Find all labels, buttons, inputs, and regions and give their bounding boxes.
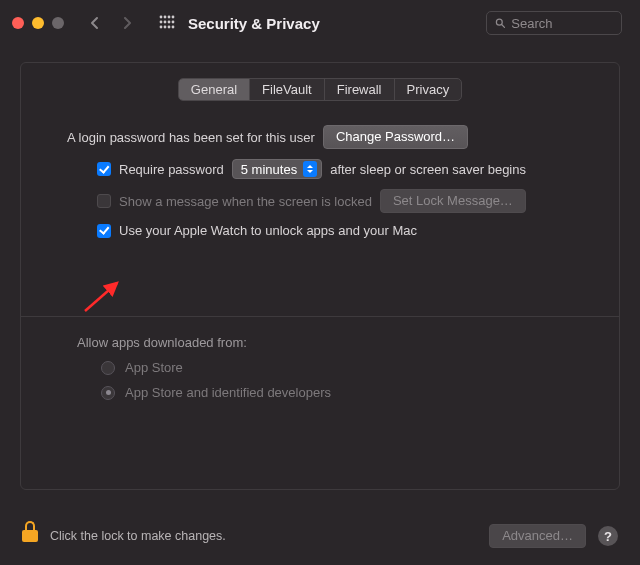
- tab-general[interactable]: General: [179, 79, 250, 100]
- advanced-button[interactable]: Advanced…: [489, 524, 586, 548]
- require-password-delay-select[interactable]: 5 minutes: [232, 159, 322, 179]
- lock-icon: [25, 521, 35, 530]
- svg-line-14: [85, 283, 117, 311]
- downloads-appstore-radio[interactable]: [101, 361, 115, 375]
- search-icon: [495, 17, 505, 29]
- close-window-button[interactable]: [12, 17, 24, 29]
- window-title: Security & Privacy: [188, 15, 320, 32]
- tab-firewall[interactable]: Firewall: [325, 79, 395, 100]
- downloads-identified-label: App Store and identified developers: [125, 385, 331, 400]
- show-lock-message-checkbox[interactable]: [97, 194, 111, 208]
- tab-bar: General FileVault Firewall Privacy: [21, 78, 619, 101]
- lock-hint-text: Click the lock to make changes.: [50, 529, 226, 543]
- svg-point-9: [164, 26, 167, 29]
- svg-point-8: [160, 26, 163, 29]
- back-button[interactable]: [80, 11, 110, 35]
- svg-point-3: [172, 16, 175, 19]
- require-password-tail: after sleep or screen saver begins: [330, 162, 526, 177]
- svg-line-13: [502, 25, 505, 28]
- apple-watch-unlock-checkbox[interactable]: [97, 224, 111, 238]
- svg-point-2: [168, 16, 171, 19]
- tab-privacy[interactable]: Privacy: [395, 79, 462, 100]
- titlebar: Security & Privacy: [0, 0, 640, 46]
- annotation-arrow: [79, 277, 125, 317]
- lock-button[interactable]: [22, 530, 38, 542]
- svg-point-12: [496, 19, 502, 25]
- svg-point-4: [160, 21, 163, 24]
- require-password-label: Require password: [119, 162, 224, 177]
- require-password-checkbox[interactable]: [97, 162, 111, 176]
- downloads-heading: Allow apps downloaded from:: [77, 335, 589, 350]
- forward-button[interactable]: [112, 11, 142, 35]
- svg-point-0: [160, 16, 163, 19]
- svg-point-1: [164, 16, 167, 19]
- preferences-panel: General FileVault Firewall Privacy A log…: [20, 62, 620, 490]
- change-password-button[interactable]: Change Password…: [323, 125, 468, 149]
- svg-point-6: [168, 21, 171, 24]
- login-password-status: A login password has been set for this u…: [67, 130, 315, 145]
- search-field[interactable]: [486, 11, 622, 35]
- footer: Click the lock to make changes. Advanced…: [0, 507, 640, 565]
- tab-filevault[interactable]: FileVault: [250, 79, 325, 100]
- minimize-window-button[interactable]: [32, 17, 44, 29]
- downloads-appstore-label: App Store: [125, 360, 183, 375]
- svg-point-7: [172, 21, 175, 24]
- window-controls: [12, 17, 64, 29]
- help-button[interactable]: ?: [598, 526, 618, 546]
- downloads-identified-radio[interactable]: [101, 386, 115, 400]
- search-input[interactable]: [511, 16, 613, 31]
- show-lock-message-label: Show a message when the screen is locked: [119, 194, 372, 209]
- require-password-delay-value: 5 minutes: [241, 162, 297, 177]
- apple-watch-unlock-label: Use your Apple Watch to unlock apps and …: [119, 223, 417, 238]
- svg-point-5: [164, 21, 167, 24]
- svg-point-11: [172, 26, 175, 29]
- svg-point-10: [168, 26, 171, 29]
- zoom-window-button[interactable]: [52, 17, 64, 29]
- set-lock-message-button[interactable]: Set Lock Message…: [380, 189, 526, 213]
- stepper-arrows-icon: [303, 161, 317, 177]
- show-all-button[interactable]: [154, 11, 180, 35]
